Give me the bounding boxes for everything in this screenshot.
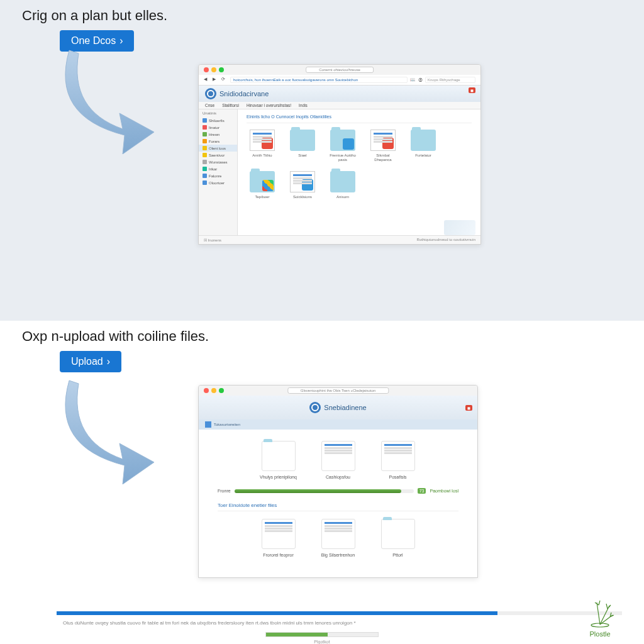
folder-item[interactable]: Amith Tithio xyxy=(247,130,278,162)
minimize-dot-icon[interactable] xyxy=(211,67,216,72)
sidebar-item[interactable]: Wunstases xyxy=(199,158,237,165)
toolbar-icon xyxy=(205,421,211,428)
progress-bar xyxy=(235,489,414,493)
app-body: Unattnis ShiloerfisItnatorHrewnForarsOle… xyxy=(199,109,480,235)
reader-icon[interactable]: 📖 xyxy=(410,77,416,82)
item-label: Furtelator xyxy=(408,153,439,158)
folder-item[interactable]: Anisom xyxy=(327,171,358,199)
breadcrumb[interactable]: Elnints licho O Cunnocel Inopits Otlanid… xyxy=(247,114,472,123)
sidebar-item[interactable]: Falonre xyxy=(199,172,237,179)
addr-right: 📖 ⦿ Knops Rithyschage xyxy=(410,77,475,83)
curved-arrow-icon xyxy=(60,47,154,154)
sidebar-item[interactable]: Itnator xyxy=(199,124,237,131)
sidebar-label: Irikar xyxy=(209,167,217,171)
close-dot-icon[interactable] xyxy=(204,67,209,72)
upload-item[interactable]: Vhulys prienipilonq xyxy=(255,441,302,479)
rss-icon[interactable]: ⦿ xyxy=(418,78,423,82)
upload-item[interactable]: Big Silsertrenhon xyxy=(314,519,362,557)
search-input[interactable]: Knops Rithyschage xyxy=(425,77,475,83)
upload-item[interactable]: Posafisls xyxy=(374,441,421,479)
folder-item[interactable]: Tepiboer xyxy=(247,171,278,199)
sidebar-item[interactable]: Shiloerfis xyxy=(199,117,237,124)
upload-button[interactable]: Upload › xyxy=(60,351,121,372)
menu-item[interactable]: Cnse xyxy=(205,103,214,108)
status-right: Rothiqutonudnwud to coutiotivmuin xyxy=(417,238,475,242)
folder-icon xyxy=(330,130,355,151)
menubar: Cnse Stalittorsi Hinovsar i overursihsta… xyxy=(199,102,480,109)
doc-icon xyxy=(250,130,275,151)
sidebar-item[interactable]: Oloortoer xyxy=(199,179,237,186)
sidebar-label: Oloortoer xyxy=(209,181,225,185)
sidebar-item[interactable]: Irikar xyxy=(199,165,237,172)
upload-grid-top: Vhulys prienipilonqCashiopsfouPosafisls xyxy=(218,441,458,479)
upload-grid-bottom: Frororel feoprorBig SilsertrenhonPttorl xyxy=(218,519,458,557)
upload-item[interactable]: Cashiopsfou xyxy=(314,441,362,479)
headline-plan: Crig on a plan but elles. xyxy=(22,8,622,24)
item-label: Posafisls xyxy=(374,475,421,479)
sidebar-item[interactable]: Hrewn xyxy=(199,131,237,138)
menu-item[interactable]: Stalittorsi xyxy=(222,103,239,108)
close-dot-icon[interactable] xyxy=(204,388,209,393)
menu-item[interactable]: Indis xyxy=(299,103,308,108)
item-label: Anisom xyxy=(327,195,358,199)
item-label: Fremiue Aoitiho pasis xyxy=(327,153,358,162)
item-label: Big Silsertrenhon xyxy=(314,553,362,557)
sidebar-item[interactable]: Forars xyxy=(199,138,237,145)
folder-icon xyxy=(330,171,355,192)
blue-progress-bar xyxy=(57,611,622,615)
forward-icon[interactable]: ▶ xyxy=(213,77,219,83)
maximize-dot-icon[interactable] xyxy=(219,67,224,72)
overlay-icon xyxy=(262,138,273,149)
brand-name: Snidiodacirvane xyxy=(219,90,269,97)
folder-item[interactable]: Siael xyxy=(287,130,318,162)
sidebar-header: Unattnis xyxy=(199,109,237,117)
brand-icon xyxy=(309,402,321,413)
overlay-icon xyxy=(382,138,394,149)
status-left: ☒ Inonens xyxy=(204,238,221,242)
section-plan: Crig on a plan but elles. One Dcos › Con… xyxy=(0,0,644,321)
notification-badge[interactable]: ◼ xyxy=(469,87,475,93)
sidebar-label: Shiloerfis xyxy=(209,119,225,123)
sidebar-icon xyxy=(203,118,207,123)
browser-mock-2: Glsventouphint iha Obis Tsen «Cledejaiso… xyxy=(198,385,478,578)
sidebar-label: Falonre xyxy=(209,174,221,178)
progress-label: Fronre xyxy=(218,489,231,493)
upload-item[interactable]: Pttorl xyxy=(374,519,421,557)
folder-item[interactable]: Furtelator xyxy=(408,130,439,162)
doc-icon xyxy=(381,441,415,471)
strip-label: Plgotkot xyxy=(0,640,644,644)
section-divider: Toer Einoldote enetier files xyxy=(218,502,458,511)
address-field[interactable]: hotcorchuis, hon ihoennEaik a ooc ftocsu… xyxy=(230,77,408,83)
notification-badge[interactable]: ◼ xyxy=(465,405,472,411)
sidebar: Unattnis ShiloerfisItnatorHrewnForarsOle… xyxy=(199,109,238,235)
toolbar-label[interactable]: Tokasurtwreiten xyxy=(214,423,240,426)
item-label: Soicklsions xyxy=(287,195,318,199)
maximize-dot-icon[interactable] xyxy=(219,388,224,393)
folder-item[interactable]: Sikmbal Dhepenca xyxy=(367,130,399,162)
overlay-icon xyxy=(302,179,313,191)
folder-item[interactable]: Fremiue Aoitiho pasis xyxy=(327,130,358,162)
minimize-dot-icon[interactable] xyxy=(211,388,216,393)
menu-item[interactable]: Hinovsar i overursihstas! xyxy=(247,103,291,108)
strip-text: Olus dúNunte ovqey shustla cuovo fir tab… xyxy=(0,620,644,632)
app-header: Snebiadinene ◼ xyxy=(199,396,477,419)
item-label: Cashiopsfou xyxy=(314,475,362,479)
folder-item[interactable]: Soicklsions xyxy=(287,171,318,199)
headline-upload: Oxp n-upload with coiline files. xyxy=(22,328,622,345)
reload-icon[interactable]: ⟳ xyxy=(221,77,228,83)
upload-item[interactable]: Frororel feopror xyxy=(255,519,302,557)
sidebar-item[interactable]: Olent lous xyxy=(199,145,237,152)
mini-progress-bar xyxy=(265,632,379,637)
tab-title: Glsventouphint iha Obis Tsen «Cledejaiso… xyxy=(287,387,389,394)
sidebar-item[interactable]: Saentivor xyxy=(199,152,237,158)
back-icon[interactable]: ◀ xyxy=(204,77,210,83)
folder-icon xyxy=(411,130,436,151)
progress-link[interactable]: Paombowi Iosl xyxy=(430,489,458,493)
doc-icon xyxy=(262,519,296,549)
arrow-right-icon: › xyxy=(107,356,110,367)
statusbar: ☒ Inonens Rothiqutonudnwud to coutiotivm… xyxy=(199,235,480,244)
tab-title: Conernt ohteviou/hreuse xyxy=(306,67,374,73)
folder-icon xyxy=(290,130,315,151)
folder-icon xyxy=(381,519,415,549)
cta-label: One Dcos xyxy=(71,35,116,47)
